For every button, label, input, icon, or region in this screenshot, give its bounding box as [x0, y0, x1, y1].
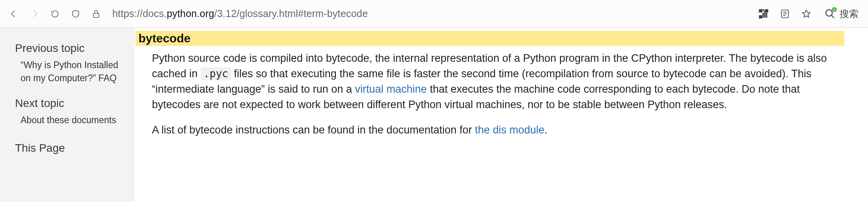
address-bar[interactable]: https://docs.python.org/3.12/glossary.ht… [112, 8, 368, 19]
shield-icon[interactable] [69, 7, 82, 21]
text-run: A list of bytecode instructions can be f… [152, 124, 475, 136]
svg-rect-5 [764, 11, 765, 11]
previous-topic-link[interactable]: “Why is Python Installed on my Computer?… [15, 59, 125, 85]
reader-mode-icon[interactable] [778, 7, 792, 21]
svg-rect-14 [766, 16, 767, 17]
url-domain: python.org [167, 8, 214, 19]
svg-rect-0 [93, 13, 99, 17]
link-virtual-machine[interactable]: virtual machine [355, 83, 427, 95]
back-button[interactable] [7, 7, 21, 21]
qr-code-icon[interactable] [756, 7, 771, 21]
svg-rect-7 [764, 13, 765, 13]
url-scheme: https:// [112, 8, 143, 19]
browser-search[interactable]: + 搜索 [821, 8, 859, 20]
lock-icon[interactable] [89, 7, 103, 21]
definition-paragraph-1: Python source code is compiled into byte… [152, 51, 844, 113]
svg-rect-8 [766, 13, 767, 13]
svg-rect-2 [765, 10, 768, 12]
svg-rect-3 [759, 15, 762, 18]
svg-rect-1 [759, 10, 762, 12]
svg-rect-12 [764, 16, 765, 17]
svg-rect-4 [763, 10, 764, 10]
next-topic-heading: Next topic [15, 97, 125, 110]
svg-rect-11 [763, 16, 764, 17]
sidebar: Previous topic “Why is Python Installed … [0, 28, 135, 202]
text-run: . [544, 124, 548, 136]
main-content: bytecode Python source code is compiled … [135, 28, 868, 202]
browser-toolbar: https://docs.python.org/3.12/glossary.ht… [0, 0, 868, 28]
previous-topic-heading: Previous topic [15, 42, 125, 55]
link-dis-module[interactable]: the dis module [475, 124, 545, 136]
svg-point-16 [826, 10, 832, 16]
next-topic-link[interactable]: About these documents [15, 114, 125, 127]
svg-rect-10 [764, 15, 765, 15]
glossary-term: bytecode [135, 31, 844, 46]
bookmark-star-icon[interactable] [799, 7, 813, 21]
glossary-definition: Python source code is compiled into byte… [135, 46, 844, 138]
svg-rect-9 [763, 15, 764, 15]
search-label: 搜索 [840, 8, 859, 20]
svg-rect-13 [766, 15, 767, 15]
code-pyc: .pyc [201, 67, 231, 80]
reload-button[interactable] [48, 7, 62, 21]
definition-paragraph-2: A list of bytecode instructions can be f… [152, 122, 844, 138]
search-icon: + [824, 8, 836, 19]
svg-rect-6 [763, 13, 764, 13]
page-body: Previous topic “Why is Python Installed … [0, 28, 868, 202]
this-page-heading: This Page [15, 142, 125, 154]
forward-button[interactable] [28, 7, 41, 21]
url-path: /3.12/glossary.html#term-bytecode [214, 8, 368, 19]
url-subdomain: docs. [143, 8, 167, 19]
plus-badge-icon: + [832, 7, 837, 12]
